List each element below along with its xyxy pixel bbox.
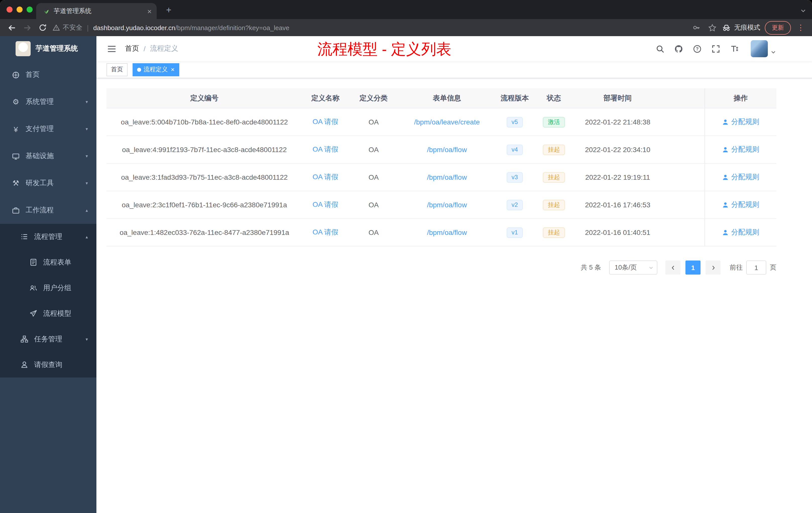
minimize-window-button[interactable]: [17, 6, 23, 12]
col-definition-name: 定义名称: [302, 88, 348, 108]
form-link[interactable]: /bpm/oa/leave/create: [414, 118, 480, 126]
url-host: dashboard.yudao.iocoder.cn: [93, 24, 175, 31]
definition-name-link[interactable]: OA 请假: [313, 173, 339, 182]
hamburger-icon[interactable]: [104, 41, 119, 56]
tag-current[interactable]: 流程定义 ×: [133, 63, 179, 76]
sidebar-item-process-model[interactable]: 流程模型: [0, 301, 96, 326]
breadcrumb-home[interactable]: 首页: [125, 44, 139, 53]
sidebar-item-infrastructure[interactable]: 基础设施 ▾: [0, 143, 96, 170]
tree-icon: [20, 335, 29, 343]
github-icon[interactable]: [673, 44, 684, 54]
form-link[interactable]: /bpm/oa/flow: [427, 173, 467, 181]
chevron-left-icon: [670, 265, 676, 270]
sidebar-item-system[interactable]: ⚙ 系统管理 ▾: [0, 88, 96, 116]
sidebar-item-user-group[interactable]: 用户分组: [0, 275, 96, 301]
goto-page-input[interactable]: [746, 261, 766, 275]
sidebar-item-label: 支付管理: [26, 124, 54, 133]
table-row: oa_leave:1:482ec033-762a-11ec-8477-a2380…: [107, 219, 776, 246]
tag-close-icon[interactable]: ×: [171, 66, 174, 73]
bookmark-star-icon[interactable]: [706, 22, 718, 33]
logo-title: 芋道管理系统: [36, 44, 78, 53]
col-definition-id: 定义编号: [107, 88, 302, 108]
zoom-window-button[interactable]: [27, 6, 33, 12]
sidebar-item-process-form[interactable]: 流程表单: [0, 249, 96, 275]
update-button[interactable]: 更新: [765, 21, 791, 34]
briefcase-icon: [11, 207, 20, 214]
sidebar-item-dev-tools[interactable]: ⚒ 研发工具 ▾: [0, 170, 96, 197]
sidebar-item-label: 流程管理: [34, 232, 62, 241]
assign-rule-link[interactable]: 分配规则: [722, 145, 759, 154]
definition-name-link[interactable]: OA 请假: [313, 117, 339, 126]
help-icon[interactable]: ?: [692, 44, 702, 54]
version-tag: v4: [506, 144, 523, 155]
status-badge: 挂起: [543, 144, 565, 155]
form-link[interactable]: /bpm/oa/flow: [427, 201, 467, 209]
logo-image: [16, 41, 31, 56]
col-form-info: 表单信息: [399, 88, 495, 108]
sidebar-item-label: 任务管理: [34, 335, 62, 343]
cell-deploy-time: 2022-01-22 20:34:10: [574, 136, 662, 163]
url-path: /bpm/manager/definition?key=oa_leave: [175, 24, 290, 31]
sidebar-item-workflow[interactable]: 工作流程 ▴: [0, 197, 96, 224]
table-row: oa_leave:4:991f2193-7b7f-11ec-a3c8-acde4…: [107, 136, 776, 163]
tab-close-icon[interactable]: ×: [147, 7, 152, 15]
cell-category: OA: [348, 191, 399, 218]
definitions-table: 定义编号 定义名称 定义分类 表单信息 流程版本 状态 部署时间 操作 oa_l…: [107, 88, 776, 246]
tab-strip: 芋道管理系统 × +: [0, 0, 812, 19]
assign-rule-link[interactable]: 分配规则: [722, 117, 759, 126]
sidebar-item-home[interactable]: 首页: [0, 61, 96, 88]
app-root: 芋道管理系统 首页 ⚙ 系统管理 ▾ ¥ 支付管理 ▾: [0, 36, 812, 513]
active-dot: [137, 67, 141, 71]
search-icon[interactable]: [655, 44, 665, 54]
sidebar-item-process-management[interactable]: 流程管理 ▴: [0, 224, 96, 249]
sidebar-item-label: 流程表单: [43, 258, 71, 267]
forward-icon[interactable]: [22, 22, 33, 33]
tab-search-chevron-down-icon[interactable]: [801, 6, 806, 16]
address-bar[interactable]: dashboard.yudao.iocoder.cn/bpm/manager/d…: [93, 24, 289, 31]
status-badge: 挂起: [543, 172, 565, 182]
site-security-chip[interactable]: 不安全: [53, 23, 82, 32]
reload-icon[interactable]: [37, 22, 48, 33]
sidebar-item-leave-query[interactable]: 请假查询: [0, 352, 96, 378]
password-key-icon[interactable]: [691, 22, 702, 33]
definition-name-link[interactable]: OA 请假: [313, 200, 339, 209]
definition-name-link[interactable]: OA 请假: [313, 145, 339, 154]
page-size-select[interactable]: 10条/页: [609, 261, 657, 275]
definition-name-link[interactable]: OA 请假: [313, 228, 339, 237]
back-icon[interactable]: [6, 22, 17, 33]
chevron-up-icon: ▴: [86, 234, 88, 239]
incognito-label: 无痕模式: [734, 23, 760, 32]
prev-page-button[interactable]: [665, 261, 680, 275]
pagination: 共 5 条 10条/页 1 前往 页: [107, 261, 776, 275]
browser-menu-kebab-icon[interactable]: ⋮: [795, 23, 806, 32]
next-page-button[interactable]: [705, 261, 721, 275]
assign-rule-link[interactable]: 分配规则: [722, 173, 759, 182]
main-area: 首页 / 流程定义 流程模型 - 定义列表 ?: [96, 36, 812, 513]
table-row: oa_leave:5:004b710b-7b8a-11ec-8ef0-acde4…: [107, 109, 776, 136]
fullscreen-icon[interactable]: [710, 44, 721, 54]
col-category: 定义分类: [348, 88, 399, 108]
sidebar-logo[interactable]: 芋道管理系统: [0, 36, 96, 61]
sidebar: 芋道管理系统 首页 ⚙ 系统管理 ▾ ¥ 支付管理 ▾: [0, 36, 96, 513]
version-tag: v3: [506, 172, 523, 182]
browser-window: 芋道管理系统 × + 不安全 | dashboard.yudao.iocoder…: [0, 0, 812, 513]
form-link[interactable]: /bpm/oa/flow: [427, 146, 467, 154]
font-size-icon[interactable]: [729, 44, 739, 54]
browser-tab[interactable]: 芋道管理系统 ×: [36, 3, 157, 19]
tag-home[interactable]: 首页: [107, 63, 127, 76]
sidebar-item-payment[interactable]: ¥ 支付管理 ▾: [0, 116, 96, 143]
page-number-button[interactable]: 1: [686, 261, 700, 275]
goto-unit: 页: [770, 263, 776, 272]
sidebar-item-task-management[interactable]: 任务管理 ▾: [0, 326, 96, 352]
new-tab-button[interactable]: +: [163, 4, 175, 16]
url-separator: |: [87, 24, 89, 32]
security-label: 不安全: [63, 23, 82, 32]
document-icon: [29, 259, 38, 266]
assign-rule-link[interactable]: 分配规则: [722, 200, 759, 209]
person-icon: [20, 361, 29, 368]
version-tag: v5: [506, 117, 523, 127]
user-menu[interactable]: [751, 40, 776, 57]
form-link[interactable]: /bpm/oa/flow: [427, 229, 467, 236]
assign-rule-link[interactable]: 分配规则: [722, 228, 759, 237]
close-window-button[interactable]: [6, 6, 12, 12]
